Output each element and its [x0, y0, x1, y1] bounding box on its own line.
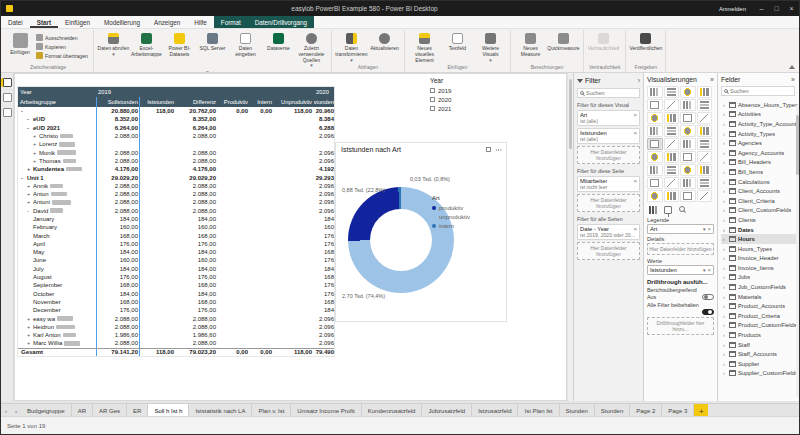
more-options-icon[interactable] [495, 149, 502, 151]
daten-transformieren-button[interactable]: Daten transformieren [335, 31, 368, 63]
expand-chevron-icon[interactable] [723, 332, 727, 338]
expand-chevron-icon[interactable] [723, 236, 727, 242]
sign-in-button[interactable]: Anmelden [719, 6, 746, 12]
field-table-clients[interactable]: Clients [721, 215, 799, 225]
scatter-chart-icon[interactable] [680, 125, 696, 137]
field-table-activities[interactable]: Activities [721, 110, 799, 120]
chip-remove-icon[interactable] [707, 226, 711, 232]
drillthrough-drop-zone[interactable]: Drillthroughfelder hier hinzu... [647, 317, 714, 335]
expand-chevron-icon[interactable] [723, 188, 727, 194]
daten-abrufen-button[interactable]: Daten abrufen [97, 31, 130, 58]
field-chip-art[interactable]: Art [647, 224, 714, 234]
weitere-visuals-button[interactable]: Weitere Visuals [474, 31, 507, 63]
daten-eingeben-button[interactable]: Daten eingeben [229, 31, 262, 58]
line-and-stacked-column-chart-icon[interactable] [664, 112, 680, 124]
filter-card-mitarbeiter[interactable]: Mitarbeiterist nicht leer [577, 176, 640, 192]
filter-card-date-year[interactable]: Date - Yearist 2019, 2020 oder 20... [577, 224, 640, 240]
filter-drop-zone[interactable]: Hier Datenfelder hinzufügen [577, 194, 640, 212]
einfügen-button[interactable]: Einfügen [6, 31, 34, 56]
python-visual-icon[interactable] [680, 177, 696, 189]
zuletzt-verwendete-quellen-button[interactable]: Zuletzt verwendete Quellen [295, 31, 328, 69]
field-table-client-accounts[interactable]: Client_Accounts [721, 186, 799, 196]
maximize-icon[interactable] [769, 1, 784, 16]
key-influencers-icon[interactable] [697, 177, 713, 189]
100-stacked-bar-chart-icon[interactable] [647, 99, 663, 111]
expand-chevron-icon[interactable] [723, 351, 727, 357]
minimize-icon[interactable] [754, 1, 769, 16]
sql-server-button[interactable]: SQL Server [196, 31, 229, 52]
expand-chevron-icon[interactable] [723, 294, 727, 300]
chip-dropdown-icon[interactable] [703, 226, 706, 232]
model-view-icon[interactable] [3, 108, 12, 117]
menu-tab-anzeigen[interactable]: Anzeigen [147, 16, 187, 28]
expand-chevron-icon[interactable] [723, 150, 727, 156]
slicer-icon[interactable] [680, 164, 696, 176]
report-view-icon[interactable] [3, 78, 12, 87]
excel-arbeitsmappe-button[interactable]: Excel-Arbeitsmappe [130, 31, 163, 58]
vertraulichkeit-button[interactable]: Vertraulichkeit [587, 31, 620, 52]
azure-map-icon[interactable] [664, 151, 680, 163]
expand-chevron-icon[interactable] [723, 342, 727, 348]
clustered-bar-chart-icon[interactable] [680, 86, 696, 98]
neues-visuelles-element-button[interactable]: Neues visuelles Element [408, 31, 441, 63]
aktualisieren-button[interactable]: Aktualisieren [368, 31, 401, 52]
field-table-invoice-header[interactable]: Invoice_Header [721, 254, 799, 264]
field-table-invoice-items[interactable]: Invoice_Items [721, 263, 799, 273]
area-chart-icon[interactable] [697, 99, 713, 111]
remove-filter-icon[interactable] [633, 130, 637, 136]
gauge-icon[interactable] [680, 151, 696, 163]
table-icon[interactable] [697, 164, 713, 176]
dataverse-button[interactable]: Dataverse [262, 31, 295, 52]
stacked-area-chart-icon[interactable] [647, 112, 663, 124]
field-table-client-customfields[interactable]: Client_CustomFields [721, 206, 799, 216]
kopieren-button[interactable]: Kopieren [34, 42, 90, 51]
power-apps-icon[interactable] [697, 190, 713, 202]
map-icon[interactable] [680, 138, 696, 150]
field-table-product-customfields[interactable]: Product_CustomFields [721, 321, 799, 331]
filter-drop-zone[interactable]: Hier Datenfelder hinzufügen [577, 242, 640, 260]
expand-chevron-icon[interactable] [723, 140, 727, 146]
stacked-column-chart-icon[interactable] [664, 86, 680, 98]
format-tab-icon[interactable] [664, 206, 672, 214]
collapse-visualizations-pane-icon[interactable] [710, 76, 714, 83]
expand-chevron-icon[interactable] [723, 207, 727, 213]
menu-tab-format[interactable]: Format [214, 16, 248, 28]
line-chart-icon[interactable] [680, 99, 696, 111]
stacked-bar-chart-icon[interactable] [647, 86, 663, 98]
kpi-icon[interactable] [664, 164, 680, 176]
ausschneiden-button[interactable]: Ausschneiden [34, 33, 90, 42]
legend-item-intern[interactable]: intern [432, 221, 506, 230]
well-drop-zone[interactable]: Hier Datenfelder hinzufügen [647, 243, 714, 255]
fields-search-input[interactable] [730, 88, 792, 94]
menu-tab-einfügen[interactable]: Einfügen [58, 16, 97, 28]
multi-row-card-icon[interactable] [647, 164, 663, 176]
field-table-job-customfields[interactable]: Job_CustomFields [721, 282, 799, 292]
toggle-switch[interactable] [702, 309, 714, 315]
clustered-column-chart-icon[interactable] [697, 86, 713, 98]
field-table-supplier-customfields[interactable]: Supplier_CustomFields [721, 369, 799, 379]
toggle-switch[interactable] [702, 294, 714, 300]
pie-chart-icon[interactable] [697, 125, 713, 137]
filled-map-icon[interactable] [697, 138, 713, 150]
chip-dropdown-icon[interactable] [703, 267, 706, 273]
field-table-agency-accounts[interactable]: Agency_Accounts [721, 148, 799, 158]
menu-tab-datei[interactable]: Datei [1, 16, 30, 28]
expand-chevron-icon[interactable] [723, 303, 727, 309]
field-table-bill-headers[interactable]: Bill_Headers [721, 158, 799, 168]
collapse-filter-pane-icon[interactable] [638, 77, 640, 84]
field-table-absence-hours-types[interactable]: Absence_Hours_Types [721, 100, 799, 110]
textfeld-button[interactable]: Textfeld [441, 31, 474, 52]
expand-chevron-icon[interactable] [723, 169, 727, 175]
expand-chevron-icon[interactable] [723, 255, 727, 261]
fields-scrollbar[interactable] [796, 105, 799, 397]
legend-item-produktiv[interactable]: produktiv [432, 203, 506, 212]
card-icon[interactable] [697, 151, 713, 163]
field-table-hours-types[interactable]: Hours_Types [721, 244, 799, 254]
field-table-materials[interactable]: Materials [721, 292, 799, 302]
field-table-calculations[interactable]: Calculations [721, 177, 799, 187]
fields-tab-icon[interactable] [649, 206, 657, 214]
field-table-staff-accounts[interactable]: Staff_Accounts [721, 349, 799, 359]
expand-chevron-icon[interactable] [723, 111, 727, 117]
waterfall-chart-icon[interactable] [647, 125, 663, 137]
donut-chart-icon[interactable] [647, 138, 663, 150]
